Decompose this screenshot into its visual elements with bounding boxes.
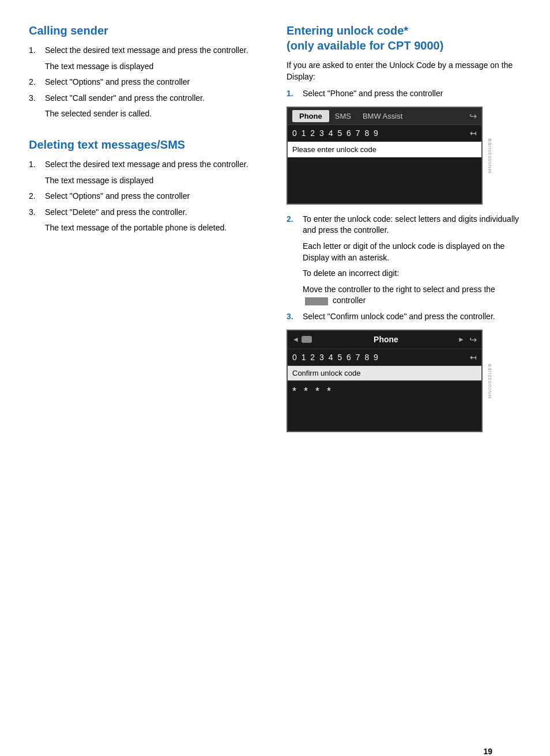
screen2-title: Phone bbox=[314, 335, 458, 344]
entering-unlock-title: Entering unlock code*(only available for… bbox=[287, 23, 521, 53]
list-item: 3. Select "Delete" and press the control… bbox=[29, 207, 263, 218]
nav-arrow-right: ↪ bbox=[469, 111, 477, 122]
deleting-sms-list: 1. Select the desired text message and p… bbox=[29, 159, 263, 171]
indent-text: The text message is displayed bbox=[29, 61, 263, 73]
screen1-digits: 0 1 2 3 4 5 6 7 8 9 bbox=[292, 128, 470, 138]
calling-sender-section: Calling sender 1. Select the desired tex… bbox=[29, 23, 263, 120]
unlock-step-3-list: 3. Select "Confirm unlock code" and pres… bbox=[287, 311, 521, 323]
phone-tab: Phone bbox=[292, 110, 329, 122]
list-item: 2. Select "Options" and press the contro… bbox=[29, 77, 263, 88]
step-number: 2. bbox=[29, 191, 45, 202]
step-number: 3. bbox=[29, 207, 45, 218]
nav-left-arrow: ◄ bbox=[292, 335, 299, 343]
step-number: 3. bbox=[29, 93, 45, 104]
screen2: ◄ Phone ► ↪ 0 1 2 3 4 5 6 7 8 9 ↤ Conf bbox=[287, 330, 483, 432]
list-item: 3. Select "Call sender" and press the co… bbox=[29, 93, 263, 104]
page-wrapper: Calling sender 1. Select the desired tex… bbox=[29, 23, 521, 756]
indent-text: Each letter or digit of the unlock code … bbox=[287, 241, 521, 263]
nav-right-arrow: ► bbox=[458, 335, 465, 343]
unlock-step-2-list: 2. To enter the unlock code: select lett… bbox=[287, 214, 521, 236]
indent-text: The selected sender is called. bbox=[29, 108, 263, 120]
page-content: Calling sender 1. Select the desired tex… bbox=[29, 23, 521, 449]
step-number: 1. bbox=[29, 45, 45, 56]
list-item: 3. Select "Confirm unlock code" and pres… bbox=[287, 311, 521, 323]
indent-text: Move the controller to the right to sele… bbox=[287, 284, 521, 307]
list-item: 1. Select "Phone" and press the controll… bbox=[287, 88, 521, 100]
step-text: Select the desired text message and pres… bbox=[45, 45, 248, 56]
step-text: Select "Delete" and press the controller… bbox=[45, 207, 187, 218]
calling-sender-list-2: 2. Select "Options" and press the contro… bbox=[29, 77, 263, 104]
step-text: Select "Confirm unlock code" and press t… bbox=[303, 311, 495, 323]
screen2-digits-row: 0 1 2 3 4 5 6 7 8 9 ↤ bbox=[288, 349, 481, 366]
step-text: Select the desired text message and pres… bbox=[45, 159, 248, 171]
deleting-sms-list-2: 2. Select "Options" and press the contro… bbox=[29, 191, 263, 218]
entering-unlock-section: Entering unlock code*(only available for… bbox=[287, 23, 521, 432]
screen1: Phone SMS BMW Assist ↪ 0 1 2 3 4 5 6 7 8… bbox=[287, 107, 483, 205]
indent-text: The text message is displayed bbox=[29, 175, 263, 187]
screen1-backspace: ↤ bbox=[470, 128, 477, 138]
step-number: 3. bbox=[287, 311, 303, 323]
step-number: 2. bbox=[287, 214, 303, 236]
bmw-assist-tab: BMW Assist bbox=[357, 110, 408, 122]
screen2-backspace: ↤ bbox=[470, 353, 477, 362]
step-text: Select "Options" and press the controlle… bbox=[45, 191, 190, 202]
screen1-digits-row: 0 1 2 3 4 5 6 7 8 9 ↤ bbox=[288, 125, 481, 142]
step-text: Select "Call sender" and press the contr… bbox=[45, 93, 205, 104]
step-text: Select "Options" and press the controlle… bbox=[45, 77, 190, 88]
step-number: 1. bbox=[287, 88, 303, 100]
screen2-confirm: Confirm unlock code bbox=[288, 366, 481, 381]
step-number: 2. bbox=[29, 77, 45, 88]
screen1-wrapper: Phone SMS BMW Assist ↪ 0 1 2 3 4 5 6 7 8… bbox=[287, 107, 483, 205]
indent-text: To delete an incorrect digit: bbox=[287, 268, 521, 279]
calling-sender-list: 1. Select the desired text message and p… bbox=[29, 45, 263, 56]
grey-box bbox=[305, 297, 328, 305]
deleting-sms-title: Deleting text messages/SMS bbox=[29, 137, 263, 152]
screen2-bottom bbox=[288, 402, 481, 431]
calling-sender-title: Calling sender bbox=[29, 23, 263, 38]
unlock-step-1-list: 1. Select "Phone" and press the controll… bbox=[287, 88, 521, 100]
screen2-nav-row: ◄ Phone ► ↪ bbox=[288, 331, 481, 349]
screen1-content bbox=[288, 157, 481, 203]
nav-arrow-icon: ↪ bbox=[469, 334, 477, 345]
screen2-asterisks: * * * * bbox=[288, 381, 481, 402]
deleting-sms-section: Deleting text messages/SMS 1. Select the… bbox=[29, 137, 263, 234]
step-number: 1. bbox=[29, 159, 45, 171]
list-item: 2. To enter the unlock code: select lett… bbox=[287, 214, 521, 236]
screen2-wrapper: ◄ Phone ► ↪ 0 1 2 3 4 5 6 7 8 9 ↤ Conf bbox=[287, 330, 483, 432]
screen2-digits: 0 1 2 3 4 5 6 7 8 9 bbox=[292, 353, 470, 362]
list-item: 1. Select the desired text message and p… bbox=[29, 159, 263, 171]
screen2-side-label: MN00032UEB bbox=[484, 330, 495, 432]
screen1-prompt: Please enter unlock code bbox=[288, 142, 481, 157]
step-text: To enter the unlock code: select letters… bbox=[303, 214, 521, 236]
list-item: 2. Select "Options" and press the contro… bbox=[29, 191, 263, 202]
step-text: Select "Phone" and press the controller bbox=[303, 88, 443, 100]
page-number: 19 bbox=[483, 747, 492, 756]
screen1-side-label: MN00030UEB bbox=[484, 107, 495, 205]
indent-text: The text message of the portable phone i… bbox=[29, 222, 263, 234]
entering-unlock-intro: If you are asked to enter the Unlock Cod… bbox=[287, 60, 521, 82]
sms-tab: SMS bbox=[329, 110, 357, 122]
right-column: Entering unlock code*(only available for… bbox=[287, 23, 521, 449]
list-item: 1. Select the desired text message and p… bbox=[29, 45, 263, 56]
screen1-tab-row: Phone SMS BMW Assist ↪ bbox=[288, 108, 481, 125]
left-column: Calling sender 1. Select the desired tex… bbox=[29, 23, 263, 449]
phone-icon bbox=[302, 336, 312, 343]
